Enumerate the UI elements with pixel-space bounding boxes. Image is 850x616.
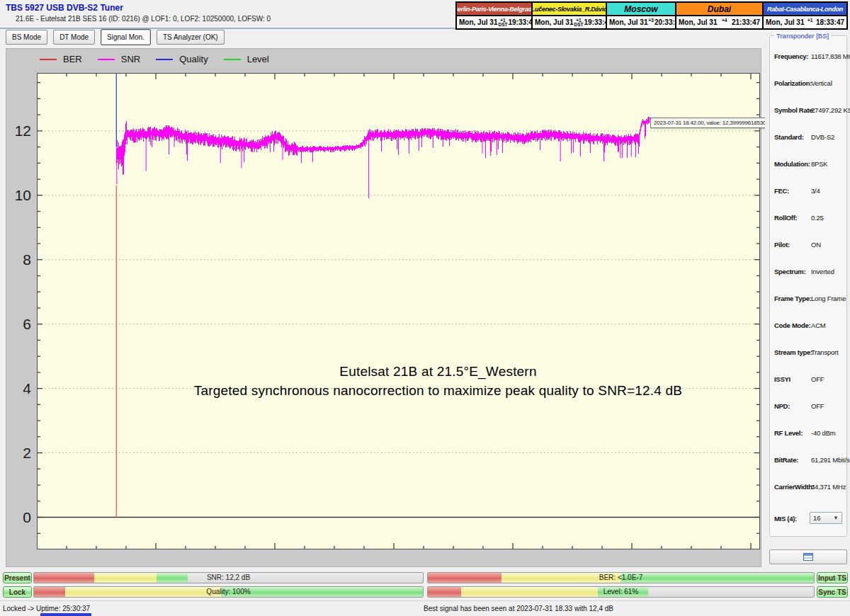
clock-city-label: Berlin-Paris-Vienna-Belgrade xyxy=(457,3,531,15)
snr-progress-bar: SNR: 12,2 dB xyxy=(33,572,424,583)
transponder-sidebar: Transponder [BS] Frequency:11617,838 MHz… xyxy=(765,30,850,569)
clock-date: Mon, Jul 31 xyxy=(679,18,717,26)
field-value: 8PSK xyxy=(811,160,828,168)
clock-utc-offset: +1DST xyxy=(574,18,583,26)
y-axis-tick-label: 4 xyxy=(23,381,31,397)
clock-time-display: Mon, Jul 31+1 18:33:47 xyxy=(764,15,846,28)
status-bar: Locked -> Uptime: 25:30:37 Best signal h… xyxy=(0,600,850,616)
clock-city-label: Rabat-Casablanca-London xyxy=(764,3,846,15)
transponder-field-mis: MIS (4):16▼ xyxy=(770,515,848,525)
snr-line-swatch xyxy=(98,59,115,60)
sync-ts-button[interactable]: Sync TS xyxy=(817,586,848,598)
y-axis-tick-label: 0 xyxy=(23,510,31,525)
level-bar-label: Level: 61% xyxy=(428,588,814,595)
legend-item-ber: BER xyxy=(40,54,82,64)
mis-dropdown[interactable]: 16▼ xyxy=(810,512,842,524)
clock-city-label: Lučenec-Slovakia_R.Dávid xyxy=(533,3,606,15)
field-value: 27497,292 KS/s xyxy=(811,106,850,114)
transponder-field-frame-type: Frame Type:Long Frame xyxy=(770,295,848,304)
clock-date: Mon, Jul 31 xyxy=(459,18,497,26)
bottom-blue-strip xyxy=(40,613,91,616)
lock-indicator-button[interactable]: Lock xyxy=(3,586,32,598)
legend-item-level: Level xyxy=(224,54,269,64)
mode-tabs: BS Mode DT Mode Signal Mon. TS Analyzer … xyxy=(6,30,225,45)
legend-label: BER xyxy=(63,54,82,64)
clock-date: Mon, Jul 31 xyxy=(535,18,573,26)
field-label: Pilot: xyxy=(774,241,790,249)
tab-signal-mon[interactable]: Signal Mon. xyxy=(101,29,151,45)
tab-dt-mode[interactable]: DT Mode xyxy=(53,30,95,45)
field-value: Transport xyxy=(811,348,839,356)
tab-ts-analyzer[interactable]: TS Analyzer (OK) xyxy=(157,30,225,45)
transponder-field-issyi: ISSYIOFF xyxy=(770,375,848,385)
level-progress-bar: Level: 61% xyxy=(427,586,815,598)
tab-bs-mode[interactable]: BS Mode xyxy=(6,30,47,45)
ts-console-button[interactable] xyxy=(769,549,847,564)
quality-line-swatch xyxy=(156,59,173,60)
field-label: RF Level: xyxy=(774,429,803,437)
transponder-field-bitrate: BitRate:61,291 Mbit/s xyxy=(770,456,848,466)
signal-chart-panel: BER SNR Quality Level 024681012 Eutelsat… xyxy=(6,48,761,567)
field-value: 34,371 MHz xyxy=(811,483,846,491)
field-label: Spectrum: xyxy=(774,268,805,275)
field-value: 11617,838 MHz xyxy=(811,52,850,60)
best-signal-status: Best signal has been seen at 2023-07-31 … xyxy=(424,605,613,612)
ber-line-swatch xyxy=(40,59,57,60)
legend-label: Level xyxy=(247,54,269,64)
clock-utc-offset: +1 xyxy=(808,18,812,26)
field-label: Polarization: xyxy=(774,79,812,87)
field-value: 0.25 xyxy=(811,214,824,222)
field-label: Stream type: xyxy=(774,348,812,356)
clock-time-display: Mon, Jul 31+1DST19:33:47 xyxy=(533,15,606,28)
transponder-field-rf-level: RF Level:-40 dBm xyxy=(770,429,848,439)
field-label: NPD: xyxy=(774,402,790,410)
snr-bar-label: SNR: 12,2 dB xyxy=(34,574,423,581)
field-value: DVB-S2 xyxy=(811,133,834,141)
input-ts-button[interactable]: Input TS xyxy=(817,572,848,583)
legend-item-quality: Quality xyxy=(156,54,208,64)
present-indicator-button[interactable]: Present xyxy=(3,572,32,583)
transponder-field-frequency: Frequency:11617,838 MHz xyxy=(770,52,848,62)
field-label: Frame Type: xyxy=(774,295,812,302)
y-axis-tick-label: 12 xyxy=(15,123,31,139)
clock-time: 18:33:47 xyxy=(816,18,844,26)
transponder-field-stream-type: Stream type:Transport xyxy=(770,348,848,358)
field-label: ISSYI xyxy=(774,375,790,383)
clock-city-label: Moscow xyxy=(607,3,675,15)
transponder-field-carrierwidth: CarrierWidth:34,371 MHz xyxy=(770,483,848,493)
mis-selected-value: 16 xyxy=(813,514,821,522)
value-tooltip: 2023-07-31 18.42.00, value: 12,399999618… xyxy=(650,118,772,128)
clock-moscow: MoscowMon, Jul 31+3 20:33:47 xyxy=(606,3,675,28)
field-value: ACM xyxy=(811,321,826,329)
chevron-down-icon: ▼ xyxy=(833,515,839,521)
clock-berlin-paris-vienna-belgrade: Berlin-Paris-Vienna-BelgradeMon, Jul 31+… xyxy=(457,3,531,28)
stream-window-icon xyxy=(803,553,813,561)
transponder-field-pilot: Pilot:ON xyxy=(770,241,848,251)
ber-progress-bar: BER: <1.0E-7 xyxy=(427,572,815,583)
field-value: 61,291 Mbit/s xyxy=(811,456,849,464)
legend-label: Quality xyxy=(179,54,208,64)
clock-rabat-casablanca-london: Rabat-Casablanca-LondonMon, Jul 31+1 18:… xyxy=(762,3,846,28)
level-line-swatch xyxy=(224,59,241,60)
snr-plot-area[interactable] xyxy=(37,73,760,549)
field-label: Code Mode: xyxy=(774,321,810,329)
y-axis-tick-label: 6 xyxy=(23,316,31,332)
group-title: Transponder [BS] xyxy=(774,32,831,40)
field-label: MIS (4): xyxy=(774,515,797,523)
transponder-field-rolloff: RollOff:0.25 xyxy=(770,214,848,224)
transponder-field-standard: Standard:DVB-S2 xyxy=(770,133,848,143)
field-label: Frequency: xyxy=(774,52,808,60)
transponder-group: Transponder [BS] Frequency:11617,838 MHz… xyxy=(769,35,847,537)
field-value: 3/4 xyxy=(811,187,820,195)
field-label: Symbol Rate: xyxy=(774,106,815,114)
window-title: TBS 5927 USB DVB-S2 Tuner xyxy=(6,3,123,13)
field-value: Inverted xyxy=(811,268,834,275)
field-value: OFF xyxy=(811,402,824,410)
annotation-line2: Targeted synchronous nanocorrection to m… xyxy=(76,381,800,400)
transponder-field-fec: FEC:3/4 xyxy=(770,187,848,197)
field-value: Long Frame xyxy=(811,295,846,302)
clock-utc-offset: +4 xyxy=(722,18,727,26)
lock-uptime-status: Locked -> Uptime: 25:30:37 xyxy=(3,605,90,612)
field-value: ON xyxy=(811,241,821,249)
field-label: RollOff: xyxy=(774,214,797,222)
